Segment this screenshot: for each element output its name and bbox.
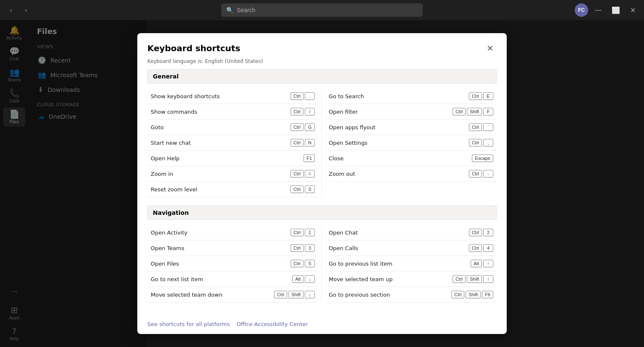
shortcut-close-keys: Escape [472,154,493,162]
key-equals: = [305,170,315,177]
shortcut-close-label: Close [329,155,343,162]
shortcut-zoom-in-label: Zoom in [151,171,173,177]
shortcut-open-chat-label: Open Chat [329,230,358,236]
key-ctrl: Ctrl [451,291,464,298]
shortcut-apps-flyout-keys: Ctrl ` [469,123,493,131]
shortcut-prev-section: Go to previous section Ctrl Shift F6 [325,287,497,303]
title-bar-left: ‹ › [5,4,32,16]
key-ctrl: Ctrl [291,185,304,193]
modal-overlay[interactable]: Keyboard shortcuts ✕ Keyboard language i… [0,20,644,347]
shortcut-goto-search: Go to Search Ctrl E [325,89,497,104]
shortcut-prev-list-item: Go to previous list item Alt ↑ [325,256,497,271]
nav-back-button[interactable]: ‹ [5,4,17,16]
key-ctrl: Ctrl [469,170,482,177]
shortcuts-platforms-link[interactable]: See shortcuts for all platforms [147,321,230,327]
key-shift: Shift [466,291,481,298]
search-bar[interactable]: 🔍 [221,3,423,17]
general-section-header: General [147,69,497,83]
shortcut-show-keyboard-label: Show keyboard shortcuts [151,93,220,99]
shortcut-open-help-keys: F1 [304,154,315,162]
key-ctrl: Ctrl [291,229,304,236]
key-up: ↑ [483,260,493,267]
shortcut-open-teams: Open Teams Ctrl 3 [147,240,318,256]
modal-title: Keyboard shortcuts [147,43,240,53]
key-ctrl: Ctrl [291,108,304,115]
navigation-shortcuts-left: Open Activity Ctrl 1 Open Teams Ctrl 3 [147,225,322,303]
shortcut-open-chat: Open Chat Ctrl 2 [325,225,497,240]
shortcut-open-files-label: Open Files [151,261,179,267]
key-ctrl: Ctrl [469,92,482,100]
key-ctrl: Ctrl [453,108,466,115]
shortcut-show-keyboard-keys: Ctrl . [291,92,315,100]
key-shift: Shift [288,291,304,298]
search-input[interactable] [237,7,418,13]
general-shortcuts-left: Show keyboard shortcuts Ctrl . Show comm… [147,89,322,197]
shortcut-show-commands-label: Show commands [151,109,197,115]
key-shift: Shift [467,275,482,283]
navigation-shortcuts-right: Open Chat Ctrl 2 Open Calls Ctrl 4 [322,225,497,303]
shortcut-open-help: Open Help F1 [147,151,318,166]
shortcut-prev-section-keys: Ctrl Shift F6 [451,291,493,298]
shortcut-move-team-up-label: Move selected team up [329,276,393,282]
key-alt: Alt [471,260,482,267]
key-escape: Escape [472,154,493,162]
keyboard-shortcuts-modal: Keyboard shortcuts ✕ Keyboard language i… [137,33,507,334]
shortcut-open-activity: Open Activity Ctrl 1 [147,225,318,240]
shortcut-open-settings-label: Open Settings [329,140,367,146]
modal-close-button[interactable]: ✕ [483,42,497,55]
key-ctrl: Ctrl [291,170,304,177]
window-close-button[interactable]: ✕ [627,5,639,16]
key-ctrl: Ctrl [453,275,466,283]
key-ctrl: Ctrl [291,123,304,131]
key-4: 4 [483,244,493,252]
shortcut-move-team-up-keys: Ctrl Shift ↑ [453,275,493,283]
shortcut-new-chat-keys: Ctrl N [291,139,315,146]
shortcut-apps-flyout: Open apps flyout Ctrl ` [325,120,497,135]
shortcut-goto: Goto Ctrl G [147,120,318,135]
shortcut-reset-zoom: Reset zoom level Ctrl 0 [147,182,318,197]
key-f: F [483,108,493,115]
minimize-button[interactable]: — [592,5,605,16]
key-alt: Alt [292,275,304,283]
shortcut-open-files: Open Files Ctrl 5 [147,256,318,271]
shortcut-open-calls-keys: Ctrl 4 [469,244,493,252]
shortcut-open-settings-keys: Ctrl , [469,139,493,146]
shortcut-reset-zoom-label: Reset zoom level [151,186,197,193]
key-comma: , [483,139,493,146]
shortcut-open-teams-keys: Ctrl 3 [291,244,315,252]
shortcut-open-help-label: Open Help [151,155,180,162]
shortcut-move-team-down-keys: Ctrl Shift ↓ [274,291,315,298]
nav-forward-button[interactable]: › [20,4,32,16]
shortcut-show-commands: Show commands Ctrl / [147,104,318,120]
key-ctrl: Ctrl [291,92,304,100]
shortcut-open-filter-label: Open filter [329,109,358,115]
key-f6: F6 [482,291,493,298]
maximize-button[interactable]: ⬜ [608,5,623,16]
key-up-arrow: ↑ [483,275,493,283]
key-g: G [305,123,315,131]
shortcut-open-calls-label: Open Calls [329,245,358,251]
key-down: ↓ [305,275,315,283]
shortcut-next-list-item-keys: Alt ↓ [292,275,315,283]
shortcut-apps-flyout-label: Open apps flyout [329,124,375,130]
shortcut-open-filter-keys: Ctrl Shift F [453,108,493,115]
shortcut-zoom-out-keys: Ctrl - [469,170,493,177]
key-minus: - [483,170,493,177]
shortcut-show-keyboard: Show keyboard shortcuts Ctrl . [147,89,318,104]
key-ctrl: Ctrl [291,260,304,267]
shortcut-move-team-up: Move selected team up Ctrl Shift ↑ [325,271,497,287]
modal-subtitle: Keyboard language is: English (United St… [137,58,507,69]
key-2: 2 [483,229,493,236]
modal-body: General Show keyboard shortcuts Ctrl . S… [137,69,507,318]
search-icon: 🔍 [226,7,233,13]
modal-footer: See shortcuts for all platforms Office A… [137,318,507,334]
shortcut-open-teams-label: Open Teams [151,245,184,251]
shortcut-prev-list-item-keys: Alt ↑ [471,260,493,267]
navigation-section-header: Navigation [147,206,497,220]
key-n: N [305,139,315,146]
shortcut-goto-search-keys: Ctrl E [469,92,493,100]
shortcut-open-files-keys: Ctrl 5 [291,260,315,267]
accessibility-center-link[interactable]: Office Accessibility Center [237,321,308,327]
general-shortcuts-grid: Show keyboard shortcuts Ctrl . Show comm… [147,89,497,197]
avatar-button[interactable]: FC [575,3,588,17]
